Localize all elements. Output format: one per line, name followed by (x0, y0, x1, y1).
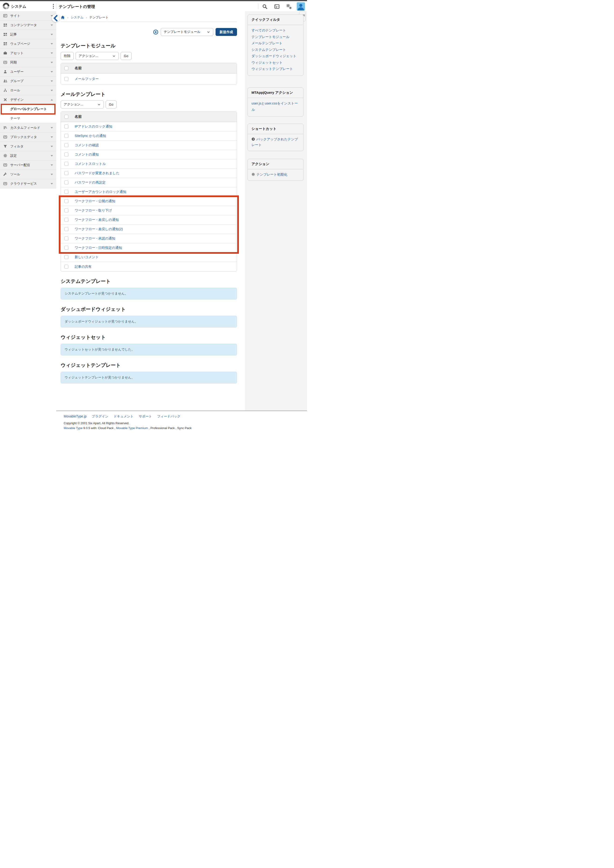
sidebar-item-ブロックエディタ[interactable]: ブロックエディタ (0, 132, 56, 142)
backup-templates-link[interactable]: バックアップされたテンプレート (251, 137, 298, 147)
template-link[interactable]: ユーザーアカウントのロック通知 (74, 190, 126, 194)
mail-go-button[interactable]: Go (106, 101, 117, 108)
sidebar-item-クラウドサービス[interactable]: クラウドサービス (0, 179, 56, 188)
sidebar-item-テーマ[interactable]: テーマ (0, 114, 56, 123)
footer-version-link[interactable]: Movable Type (64, 426, 82, 430)
chevron-down-icon (51, 71, 53, 73)
sidebar-collapse-button[interactable] (52, 14, 60, 22)
quick-filter-link[interactable]: ウィジェットテンプレート (251, 66, 299, 72)
sidebar-item-同期[interactable]: 同期 (0, 58, 56, 67)
row-checkbox[interactable] (64, 199, 68, 203)
sidebar-item-記事[interactable]: 記事 (0, 30, 56, 39)
quick-filter-link[interactable]: ウィジェットセット (251, 59, 299, 66)
template-link[interactable]: 記事の共有 (74, 265, 91, 269)
mail-action-select[interactable]: アクション... (60, 101, 104, 108)
create-type-select[interactable]: テンプレートモジュール (161, 28, 213, 36)
quick-filter-link[interactable]: すべてのテンプレート (251, 27, 299, 34)
row-checkbox[interactable] (64, 227, 68, 231)
movabletype-logo-icon[interactable] (3, 3, 9, 9)
template-link[interactable]: 新しいコメント (74, 255, 99, 259)
sidebar-item-アセット[interactable]: アセット (0, 48, 56, 58)
template-link[interactable]: ワークフロー - 日時指定の通知 (74, 246, 122, 250)
copyright-text: Copyright © 2001 Six Apart. All Rights R… (64, 422, 307, 425)
sidebar-item-ロール[interactable]: ロール (0, 86, 56, 95)
sidebar-item-グループ[interactable]: グループ (0, 76, 56, 86)
scope-label[interactable]: システム (11, 4, 26, 9)
row-checkbox[interactable] (64, 162, 68, 166)
user-avatar[interactable] (297, 2, 305, 11)
select-all-checkbox[interactable] (64, 66, 68, 70)
template-link[interactable]: SiteSync からの通知 (74, 133, 106, 138)
footer-version-text: 9.0.5 with: Cloud Pack , (82, 426, 116, 430)
sidebar-item-コンテンツデータ[interactable]: コンテンツデータ (0, 20, 56, 30)
empty-message-box: システムテンプレートが見つかりません。 (60, 288, 237, 299)
sidebar-item-サイト[interactable]: サイト (0, 11, 56, 20)
quick-filter-link[interactable]: メールテンプレート (251, 40, 299, 46)
sidebar-item-ウェブページ[interactable]: ウェブページ (0, 39, 56, 48)
site-list-icon[interactable] (274, 4, 279, 9)
template-link[interactable]: パスワードが変更されました (74, 171, 119, 175)
footer-link[interactable]: プラグイン (91, 414, 109, 418)
footer-link[interactable]: フィードバック (157, 414, 181, 418)
template-link[interactable]: ワークフロー - 取り下げ (74, 208, 112, 213)
row-checkbox[interactable] (64, 208, 68, 212)
footer-link[interactable]: サポート (139, 414, 152, 418)
sidebar-item-ツール[interactable]: ツール (0, 170, 56, 179)
breadcrumb-system-link[interactable]: システム (71, 16, 84, 20)
sidebar-item-カスタムフィールド[interactable]: カスタムフィールド (0, 123, 56, 132)
template-link[interactable]: ワークフロー - 差戻しの通知(2) (74, 227, 123, 231)
template-link[interactable]: メールフッター (74, 77, 99, 81)
add-circle-icon[interactable] (153, 29, 158, 35)
row-checkbox[interactable] (64, 237, 68, 240)
row-checkbox[interactable] (64, 218, 68, 222)
install-userjs-link[interactable]: user.jsとuser.cssをインストール (251, 100, 299, 113)
quick-filter-link[interactable]: システムテンプレート (251, 46, 299, 53)
kebab-menu-icon[interactable] (52, 3, 55, 9)
template-link[interactable]: コメントの確認 (74, 143, 99, 147)
select-all-checkbox[interactable] (64, 115, 68, 119)
sidebar-item-ユーザー[interactable]: ユーザー (0, 67, 56, 76)
sidebar-item-サーバー配信[interactable]: サーバー配信 (0, 160, 56, 170)
module-action-select[interactable]: アクション... (76, 52, 119, 60)
template-link[interactable]: コメントスロットル (74, 161, 106, 166)
empty-message-box: ダッシュボードウィジェットが見つかりません。 (60, 316, 237, 327)
row-checkbox[interactable] (64, 134, 68, 138)
sidebar-item-フィルタ[interactable]: フィルタ (0, 142, 56, 151)
chevron-down-icon (51, 174, 53, 175)
row-checkbox[interactable] (64, 265, 68, 269)
search-icon[interactable] (262, 4, 267, 9)
chevron-down-icon (51, 53, 53, 54)
template-link[interactable]: パスワードの再設定 (74, 180, 105, 185)
quick-filter-link[interactable]: ダッシュボードウィジェット (251, 53, 299, 59)
footer-version-link[interactable]: Movable Type Premium (116, 426, 148, 430)
row-checkbox[interactable] (64, 124, 68, 129)
row-checkbox[interactable] (64, 246, 68, 250)
delete-button[interactable]: 削除 (60, 52, 74, 60)
row-checkbox[interactable] (64, 171, 68, 175)
create-new-button[interactable]: 新規作成 (216, 28, 237, 36)
sidebar-item-設定[interactable]: 設定 (0, 151, 56, 160)
template-link[interactable]: ワークフロー - 公開の通知 (74, 199, 115, 203)
row-checkbox[interactable] (64, 180, 68, 184)
template-reset-link[interactable]: テンプレート初期化 (251, 172, 287, 176)
row-checkbox[interactable] (64, 190, 68, 194)
home-icon[interactable] (60, 16, 65, 20)
template-link[interactable]: コメントの通知 (74, 152, 99, 157)
row-checkbox[interactable] (64, 143, 68, 147)
sidebar-item-label: クラウドサービス (10, 182, 37, 186)
footer-link[interactable]: ドキュメント (113, 414, 134, 418)
settings-gears-icon[interactable] (287, 4, 291, 9)
template-link[interactable]: ワークフロー - 差戻しの通知 (74, 218, 119, 222)
module-go-button[interactable]: Go (121, 52, 132, 60)
row-checkbox[interactable] (64, 77, 68, 81)
row-checkbox[interactable] (64, 152, 68, 157)
sidebar-item-デザイン[interactable]: デザイン (0, 95, 56, 104)
quick-filter-link[interactable]: テンプレートモジュール (251, 34, 299, 40)
template-link[interactable]: IPアドレスのロック通知 (74, 124, 112, 129)
sidebar-item-label: 同期 (10, 60, 17, 65)
row-checkbox[interactable] (64, 255, 68, 259)
breadcrumb-separator: › (67, 16, 68, 19)
template-link[interactable]: ワークフロー - 承認の通知 (74, 236, 115, 241)
sidebar-item-グローバルテンプレート[interactable]: グローバルテンプレート (0, 104, 56, 114)
footer-link[interactable]: MovableType.jp (64, 414, 87, 418)
